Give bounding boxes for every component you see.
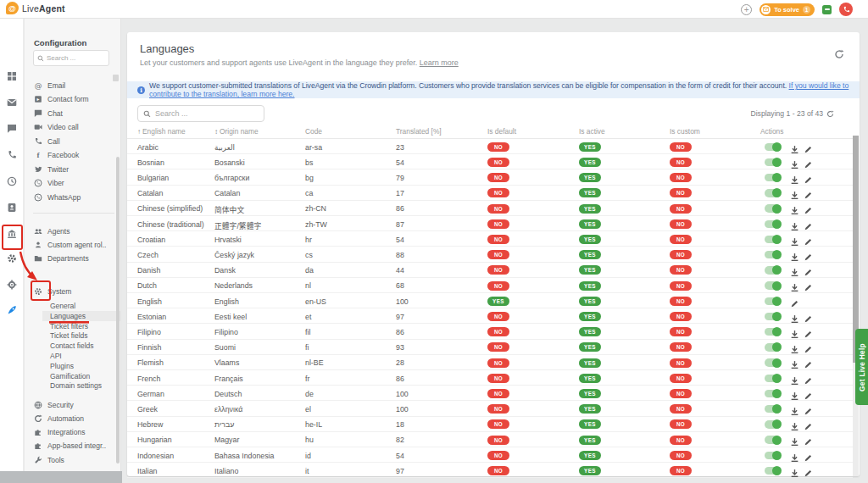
active-toggle[interactable] [765,220,781,229]
phone-status-button[interactable] [839,3,853,16]
download-icon[interactable] [790,158,800,168]
active-toggle[interactable] [765,452,781,460]
edit-icon[interactable] [804,280,814,291]
config-subitem-ticket-fields[interactable]: Ticket fields [50,330,88,341]
edit-icon[interactable] [804,203,814,214]
download-icon[interactable] [790,142,800,153]
get-live-help-tab[interactable]: Get Live Help [855,329,868,405]
edit-icon[interactable] [804,265,814,275]
config-search-input[interactable] [47,54,99,62]
settings-icon[interactable] [7,252,17,262]
config-item-contact-form[interactable]: ▸Contact form [34,94,89,105]
download-icon[interactable] [790,327,800,337]
config-subitem-domain-settings[interactable]: Domain settings [50,380,102,391]
active-toggle[interactable] [765,158,781,167]
active-toggle[interactable] [765,467,781,475]
active-toggle[interactable] [765,281,781,290]
edit-icon[interactable] [804,188,814,198]
edit-icon[interactable] [804,342,814,353]
config-scrollbar[interactable] [116,157,120,464]
edit-icon[interactable] [804,312,814,322]
config-subitem-gamification[interactable]: Gamification [50,371,90,381]
download-icon[interactable] [790,374,800,384]
config-item-integrations[interactable]: Integrations [34,427,85,438]
config-subitem-api[interactable]: API [50,351,62,361]
config-item-security[interactable]: Security [34,399,74,410]
phone-icon[interactable] [7,148,17,158]
edit-icon[interactable] [804,374,814,384]
active-toggle[interactable] [765,174,781,182]
bank-icon[interactable] [7,227,17,237]
config-subitem-general[interactable]: General [50,301,75,311]
edit-icon[interactable] [790,297,800,307]
config-item-agents[interactable]: Agents [34,225,70,236]
panel-pin-icon[interactable] [113,75,119,81]
edit-icon[interactable] [804,451,814,461]
config-item-automation[interactable]: Automation [34,413,84,424]
config-subitem-contact-fields[interactable]: Contact fields [50,341,94,351]
active-toggle[interactable] [765,297,781,306]
history-icon[interactable] [7,175,17,185]
config-item-video-call[interactable]: Video call [34,122,79,133]
contacts-icon[interactable] [7,201,17,211]
config-subitem-plugins[interactable]: Plugins [50,361,74,371]
download-icon[interactable] [790,451,800,461]
download-icon[interactable] [790,173,800,183]
main-scrollbar[interactable] [853,136,859,476]
download-icon[interactable] [790,219,800,230]
add-icon[interactable]: + [741,4,752,15]
config-item-facebook[interactable]: fFacebook [34,150,79,161]
dashboard-icon[interactable] [7,69,17,80]
edit-icon[interactable] [804,327,814,337]
config-item-whatsapp[interactable]: WhatsApp [34,192,81,203]
edit-icon[interactable] [804,389,814,399]
refresh-button[interactable] [834,47,844,63]
download-icon[interactable] [790,250,800,260]
active-toggle[interactable] [765,328,781,336]
edit-icon[interactable] [804,173,814,183]
download-icon[interactable] [790,404,800,414]
active-toggle[interactable] [765,375,781,383]
download-icon[interactable] [790,342,800,353]
active-toggle[interactable] [765,236,781,244]
config-item-twitter[interactable]: Twitter [34,164,69,175]
config-subitem-languages[interactable]: Languages [42,311,120,321]
config-search-box[interactable] [33,50,109,66]
to-solve-button[interactable]: To solve 1 [760,3,815,16]
config-item-call[interactable]: Call [34,136,60,147]
config-item-app-based-integr-[interactable]: App-based integr.. [34,441,106,452]
active-toggle[interactable] [765,390,781,398]
active-toggle[interactable] [765,143,781,152]
edit-icon[interactable] [804,219,814,230]
download-icon[interactable] [790,265,800,275]
download-icon[interactable] [790,280,800,291]
config-item-custom-agent-rol-[interactable]: Custom agent rol.. [34,239,106,250]
config-subitem-ticket-filters[interactable]: Ticket filters [50,321,88,331]
config-item-departments[interactable]: Departments [34,253,89,264]
edit-icon[interactable] [804,235,814,245]
edit-icon[interactable] [804,158,814,168]
download-icon[interactable] [790,312,800,322]
liveagent-logo[interactable]: @ LiveAgent [6,2,65,14]
download-icon[interactable] [790,358,800,368]
column-header-english-name[interactable]: ↑English name [137,127,186,136]
setup-icon[interactable] [7,278,17,288]
learn-more-link[interactable]: Learn more [420,58,459,67]
config-item-viber[interactable]: Viber [34,178,64,189]
active-toggle[interactable] [765,189,781,197]
active-toggle[interactable] [765,358,781,367]
config-item-tools[interactable]: Tools [34,454,64,465]
download-icon[interactable] [790,188,800,198]
table-search-input[interactable] [155,109,248,118]
chat-icon[interactable] [7,122,17,132]
rocket-icon[interactable] [7,303,17,314]
active-toggle[interactable] [765,251,781,259]
edit-icon[interactable] [804,358,814,368]
config-item-chat[interactable]: Chat [34,108,63,119]
active-toggle[interactable] [765,405,781,414]
active-toggle[interactable] [765,343,781,352]
chat-status-icon[interactable] [822,5,832,14]
active-toggle[interactable] [765,420,781,429]
mail-icon[interactable] [7,96,17,106]
download-icon[interactable] [790,203,800,214]
